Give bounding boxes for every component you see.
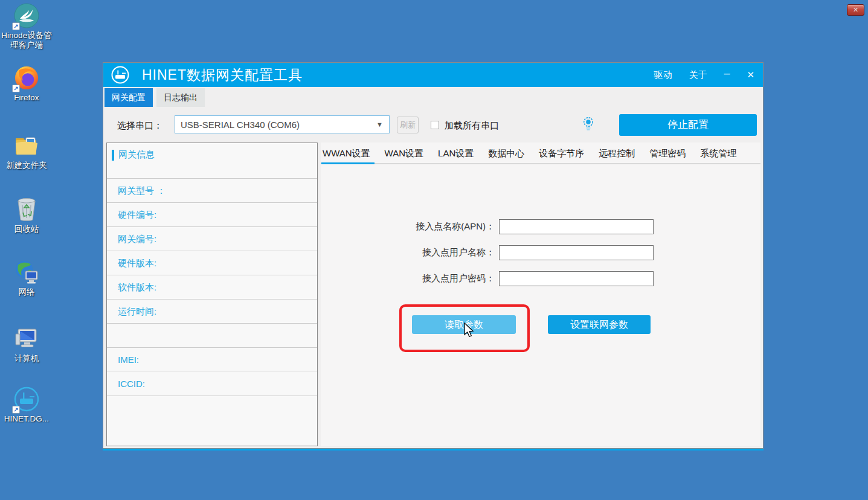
tab-log-output[interactable]: 日志输出 <box>156 88 205 107</box>
window-title: HINET数据网关配置工具 <box>142 66 303 85</box>
chevron-down-icon: ▼ <box>376 121 383 128</box>
stop-config-button[interactable]: 停止配置 <box>619 114 757 136</box>
folder-icon <box>13 132 40 159</box>
apn-username-input[interactable] <box>499 245 654 260</box>
load-all-ports-checkbox[interactable] <box>431 121 439 129</box>
desktop-icon-computer[interactable]: 计算机 <box>0 325 53 364</box>
screen-close-button[interactable]: ✕ <box>847 4 864 16</box>
driver-button[interactable]: 驱动 <box>654 69 672 81</box>
desktop-icon-label: HINET.DG... <box>4 414 49 424</box>
info-row-imei: IMEI: <box>107 348 317 371</box>
app-logo-icon <box>111 65 130 85</box>
desktop-icon-label: Firefox <box>14 93 39 103</box>
settings-tabs: WWAN设置 WAN设置 LAN设置 数据中心 设备字节序 远程控制 管理密码 … <box>323 148 736 159</box>
apn-password-label: 接入点用户密码： <box>321 273 495 284</box>
desktop-icon-label: 网络 <box>19 287 35 297</box>
info-row-hw-ver: 硬件版本: <box>107 251 317 275</box>
set-network-params-button[interactable]: 设置联网参数 <box>548 315 651 334</box>
tabs-underline <box>321 163 760 164</box>
desktop-icon-firefox[interactable]: ↗ Firefox <box>0 65 53 103</box>
desktop-icon-hinet-dg[interactable]: ↗ HINET.DG... <box>0 386 53 424</box>
gateway-info-panel: 网关信息 网关型号 ： 硬件编号: 网关编号: 硬件版本: 软件版本: 运行时间… <box>106 143 318 446</box>
main-tabs: 网关配置 日志输出 <box>104 88 205 107</box>
desktop-icon-new-folder[interactable]: 新建文件夹 <box>0 132 53 170</box>
info-row-hw-id: 硬件编号: <box>107 203 317 227</box>
computer-icon <box>13 325 40 352</box>
desktop-icon-hinode-client[interactable]: ↗ Hinode设备管理客户端 <box>0 2 53 50</box>
status-bulb-icon <box>582 116 595 132</box>
info-row-uptime: 运行时间: <box>107 300 317 324</box>
tab-wwan[interactable]: WWAN设置 <box>323 148 370 159</box>
desktop-icon-label: 计算机 <box>14 354 39 364</box>
tab-admin-pwd[interactable]: 管理密码 <box>649 148 686 159</box>
mouse-cursor <box>463 322 475 339</box>
desktop-icon-label: Hinode设备管理客户端 <box>0 31 53 50</box>
shortcut-arrow-icon: ↗ <box>12 22 20 30</box>
refresh-button[interactable]: 刷新 <box>397 117 419 133</box>
recycle-bin-icon <box>13 196 40 223</box>
load-all-ports-label: 加载所有串口 <box>445 117 499 134</box>
section-accent-bar <box>112 150 114 161</box>
gateway-info-header: 网关信息 <box>107 143 317 179</box>
info-row-spacer <box>107 324 317 348</box>
info-row-sw-ver: 软件版本: <box>107 275 317 300</box>
info-row-gw-id: 网关编号: <box>107 227 317 251</box>
serial-port-select[interactable]: USB-SERIAL CH340 (COM6) ▼ <box>175 115 390 133</box>
close-button[interactable]: ✕ <box>747 69 754 80</box>
info-row-iccid: ICCID: <box>107 371 317 396</box>
apn-input[interactable] <box>499 219 654 234</box>
apn-username-label: 接入点用户名称： <box>321 247 495 258</box>
tab-datacenter[interactable]: 数据中心 <box>488 148 524 159</box>
hinet-router-icon: ↗ <box>13 386 40 412</box>
desktop-icon-recycle-bin[interactable]: 回收站 <box>0 196 53 234</box>
shortcut-arrow-icon: ↗ <box>12 85 20 92</box>
active-tab-underline <box>321 162 375 164</box>
settings-panel: WWAN设置 WAN设置 LAN设置 数据中心 设备字节序 远程控制 管理密码 … <box>321 143 760 446</box>
tab-remote[interactable]: 远程控制 <box>599 148 635 159</box>
desktop-icon-label: 新建文件夹 <box>6 161 47 170</box>
apn-row: 接入点名称(APN)： <box>321 219 654 234</box>
tab-wan[interactable]: WAN设置 <box>385 148 423 159</box>
minimize-button[interactable]: – <box>724 70 730 76</box>
about-button[interactable]: 关于 <box>689 69 707 81</box>
apn-password-row: 接入点用户密码： <box>321 271 654 286</box>
network-icon <box>13 259 40 286</box>
serial-port-value: USB-SERIAL CH340 (COM6) <box>181 120 376 130</box>
tab-gateway-config[interactable]: 网关配置 <box>104 88 153 107</box>
hinode-client-icon: ↗ <box>13 2 40 29</box>
desktop-icon-label: 回收站 <box>14 225 39 234</box>
info-row-model: 网关型号 ： <box>107 179 317 203</box>
tab-lan[interactable]: LAN设置 <box>438 148 474 159</box>
titlebar: HINET数据网关配置工具 驱动 关于 – ✕ <box>103 63 763 87</box>
serial-port-label: 选择串口： <box>117 117 162 134</box>
tab-system[interactable]: 系统管理 <box>700 148 736 159</box>
apn-user-row: 接入点用户名称： <box>321 245 654 260</box>
desktop-icon-network[interactable]: 网络 <box>0 259 53 297</box>
hinet-config-window: HINET数据网关配置工具 驱动 关于 – ✕ 网关配置 日志输出 选择串口： … <box>103 62 764 449</box>
shortcut-arrow-icon: ↗ <box>12 406 20 414</box>
apn-password-input[interactable] <box>499 271 654 286</box>
apn-label: 接入点名称(APN)： <box>321 221 495 232</box>
firefox-icon: ↗ <box>13 65 40 91</box>
tab-byteorder[interactable]: 设备字节序 <box>539 148 584 159</box>
